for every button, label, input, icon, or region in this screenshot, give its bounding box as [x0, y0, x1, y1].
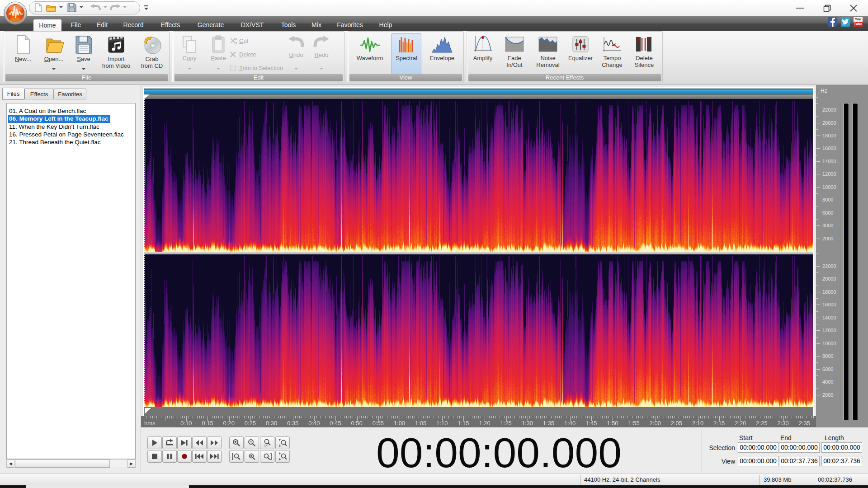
svg-text:100: 100: [264, 444, 269, 447]
